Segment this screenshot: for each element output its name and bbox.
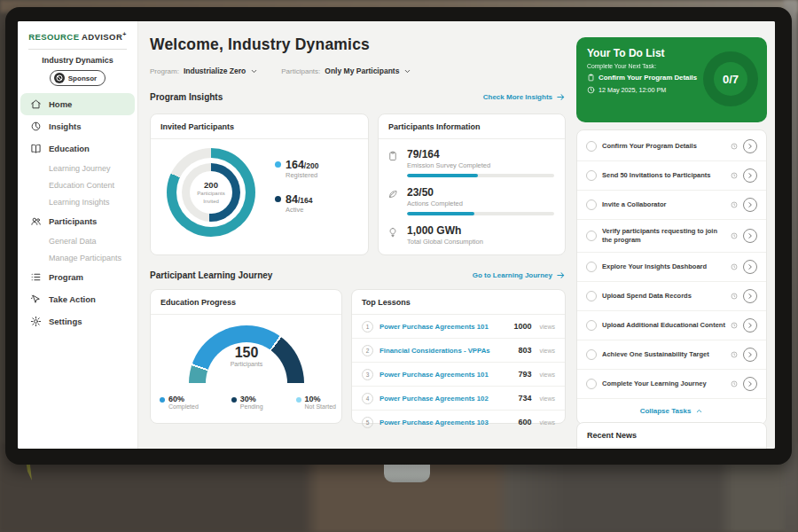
task-checkbox[interactable] — [586, 170, 597, 181]
donut-center: 200 ParticipantsInvited — [190, 171, 232, 214]
lesson-row: 5 Power Purchase Agreements 103 600 view… — [352, 411, 565, 434]
gauge-center-label: Participants — [189, 361, 304, 367]
task-open-button[interactable] — [743, 318, 757, 332]
insights-icon — [30, 121, 42, 132]
donut-center-value: 200 — [190, 180, 232, 190]
collapse-tasks-link[interactable]: Collapse Tasks — [577, 399, 766, 422]
check-more-insights-link[interactable]: Check More Insights — [483, 92, 566, 102]
sidebar-item-settings[interactable]: Settings — [18, 310, 137, 332]
sidebar-item-label: Learning Journey — [49, 164, 111, 173]
sidebar-item-general-data[interactable]: General Data — [18, 232, 137, 249]
task-clock-icon — [731, 293, 738, 300]
task-checkbox[interactable] — [586, 349, 597, 360]
task-checkbox[interactable] — [586, 291, 597, 301]
section-title: Program Insights — [150, 92, 223, 102]
app-logo: RESOURCE ADVISOR+ — [18, 31, 137, 42]
lesson-link[interactable]: Power Purchase Agreements 102 — [379, 395, 512, 403]
task-checkbox[interactable] — [586, 200, 597, 210]
sponsor-badge[interactable]: Sponsor — [50, 70, 106, 86]
sidebar-item-label: Learning Insights — [49, 198, 110, 207]
collapse-label: Collapse Tasks — [640, 407, 692, 415]
lesson-link[interactable]: Power Purchase Agreements 101 — [379, 371, 512, 379]
task-checkbox[interactable] — [586, 379, 597, 389]
task-open-button[interactable] — [743, 260, 757, 274]
program-value: Industrialize Zero — [184, 66, 246, 75]
views-count: 793 — [518, 370, 531, 379]
clipboard-icon — [587, 74, 595, 82]
sidebar-item-participants[interactable]: Participants — [18, 210, 137, 232]
lesson-link[interactable]: Power Purchase Agreements 101 — [379, 323, 507, 331]
task-open-button[interactable] — [743, 348, 757, 362]
sidebar-item-label: Education Content — [49, 181, 114, 190]
task-open-button[interactable] — [743, 289, 757, 303]
task-label: Confirm Your Program Details — [602, 142, 725, 151]
rank-badge: 5 — [362, 417, 373, 428]
scene: RESOURCE ADVISOR+ Industry Dynamics Spon… — [0, 0, 798, 532]
task-clock-icon — [731, 172, 738, 179]
todo-header-card: Your To Do List Complete Your Next Task:… — [576, 37, 767, 122]
task-row: Upload Spend Data Records — [577, 282, 766, 311]
lesson-link[interactable]: Financial Considerations - VPPAs — [379, 347, 512, 355]
book-icon — [30, 143, 42, 154]
legend-pct: 30% — [240, 395, 263, 403]
program-dropdown[interactable]: Program: Industrialize Zero — [150, 66, 258, 75]
legend-dot — [296, 397, 301, 403]
sidebar-item-program[interactable]: Program — [18, 266, 137, 288]
participants-dropdown[interactable]: Participants: Only My Participants — [281, 66, 411, 75]
program-insights-header: Program Insights Check More Insights — [150, 92, 566, 102]
legend-value: 164 — [286, 159, 304, 171]
lesson-row: 2 Financial Considerations - VPPAs 803 v… — [352, 339, 565, 363]
lesson-row: 3 Power Purchase Agreements 101 793 view… — [352, 363, 565, 387]
sidebar-item-learning-insights[interactable]: Learning Insights — [18, 193, 137, 210]
sidebar-item-home[interactable]: Home — [20, 93, 135, 115]
legend-item-pending: 30%Pending — [231, 395, 263, 410]
chevron-down-icon — [250, 67, 258, 75]
task-open-button[interactable] — [743, 139, 757, 153]
chevron-up-icon — [695, 407, 703, 415]
sidebar-item-label: Education — [49, 144, 90, 153]
task-checkbox[interactable] — [586, 231, 597, 241]
sidebar-item-insights[interactable]: Insights — [18, 115, 137, 137]
people-icon — [30, 215, 42, 227]
card-title: Education Progress — [151, 290, 341, 315]
task-open-button[interactable] — [743, 229, 757, 243]
lesson-link[interactable]: Power Purchase Agreements 103 — [379, 419, 512, 426]
legend-label: Registered — [286, 171, 318, 179]
task-open-button[interactable] — [743, 198, 757, 212]
stat-label: Emission Survey Completed — [407, 161, 554, 169]
legend-item-registered: 164/200 Registered — [275, 159, 318, 179]
task-open-button[interactable] — [743, 168, 757, 183]
top-lessons-card: Top Lessons 1 Power Purchase Agreements … — [351, 289, 566, 424]
learning-cards-row: Education Progress 150 Participants — [150, 289, 566, 424]
task-label: Complete Your Learning Journey — [602, 379, 725, 388]
link-label: Go to Learning Journey — [473, 271, 552, 279]
task-label: Upload Additional Educational Content — [602, 321, 725, 330]
gauge-legend: 60%Completed 30%Pending 10%Not Started — [160, 395, 336, 410]
legend-value-sub: /200 — [304, 161, 319, 170]
sidebar-item-education-content[interactable]: Education Content — [18, 176, 137, 193]
task-checkbox[interactable] — [586, 320, 597, 331]
sidebar-item-education[interactable]: Education — [18, 137, 137, 160]
todo-progress-ring: 0/7 — [703, 51, 758, 106]
card-title: Recent News — [577, 423, 766, 448]
task-label: Verify participants requesting to join t… — [602, 227, 725, 245]
home-icon — [30, 98, 42, 110]
legend-label: Pending — [240, 403, 263, 410]
learning-journey-header: Participant Learning Journey Go to Learn… — [150, 270, 566, 280]
task-checkbox[interactable] — [586, 141, 597, 152]
sidebar-item-take-action[interactable]: Take Action — [18, 288, 137, 310]
sidebar-item-manage-participants[interactable]: Manage Participants — [18, 249, 137, 266]
go-to-learning-journey-link[interactable]: Go to Learning Journey — [473, 270, 566, 280]
sidebar-item-learning-journey[interactable]: Learning Journey — [18, 160, 137, 176]
task-label: Invite a Collaborator — [602, 200, 725, 209]
task-checkbox[interactable] — [586, 262, 597, 272]
task-clock-icon — [731, 380, 738, 387]
filters-row: Program: Industrialize Zero Participants… — [150, 66, 411, 75]
task-open-button[interactable] — [743, 377, 757, 391]
chevron-down-icon — [403, 67, 411, 75]
gear-icon — [30, 316, 42, 327]
org-name: Industry Dynamics — [18, 56, 137, 65]
views-count: 803 — [518, 346, 531, 355]
donut-center-line2: Invited — [203, 199, 219, 204]
task-row: Confirm Your Program Details — [577, 132, 766, 161]
